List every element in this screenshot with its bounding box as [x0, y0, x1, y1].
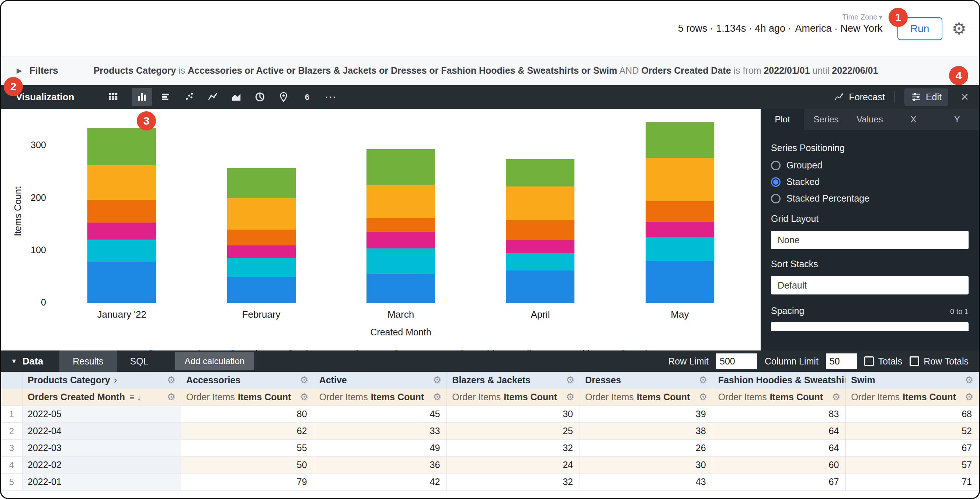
- bar-stack[interactable]: [366, 149, 435, 303]
- column-chart-icon[interactable]: [132, 88, 152, 106]
- value-cell[interactable]: 36: [314, 457, 447, 474]
- value-cell[interactable]: 57: [846, 457, 979, 474]
- bar-segment[interactable]: [506, 253, 574, 270]
- tab-x[interactable]: X: [891, 109, 935, 130]
- bar-stack[interactable]: [506, 159, 574, 303]
- column-gear-icon[interactable]: ⚙: [300, 391, 308, 403]
- column-gear-icon[interactable]: ⚙: [433, 391, 441, 403]
- tab-values[interactable]: Values: [848, 109, 891, 130]
- bar-stack[interactable]: [88, 128, 156, 303]
- more-chart-types-icon[interactable]: ⋯: [320, 88, 341, 106]
- expand-caret-icon[interactable]: ▶: [17, 66, 22, 75]
- gear-icon[interactable]: ⚙: [952, 21, 966, 37]
- bar-segment[interactable]: [366, 184, 435, 218]
- column-gear-icon[interactable]: ⚙: [300, 374, 308, 386]
- tab-sql[interactable]: SQL: [117, 351, 162, 372]
- value-cell[interactable]: 62: [181, 423, 314, 440]
- value-cell[interactable]: 32: [447, 440, 580, 457]
- bar-segment[interactable]: [506, 159, 574, 186]
- bar-segment[interactable]: [227, 230, 296, 245]
- value-cell[interactable]: 50: [181, 457, 314, 474]
- month-cell[interactable]: 2022-05: [22, 406, 181, 423]
- bar-segment[interactable]: [646, 201, 714, 221]
- bar-segment[interactable]: [227, 198, 296, 230]
- close-icon[interactable]: ×: [958, 89, 972, 105]
- column-gear-icon[interactable]: ⚙: [832, 391, 840, 403]
- value-cell[interactable]: 83: [713, 406, 846, 423]
- totals-checkbox[interactable]: [864, 356, 874, 366]
- bar-segment[interactable]: [506, 270, 574, 303]
- legend-item[interactable]: Fashion Hoodies & Sweatshirts: [458, 349, 600, 351]
- value-cell[interactable]: 79: [181, 474, 314, 491]
- bar-segment[interactable]: [366, 149, 435, 184]
- column-gear-icon[interactable]: ⚙: [965, 391, 974, 403]
- bar-stack[interactable]: [227, 168, 296, 303]
- value-cell[interactable]: 24: [447, 457, 580, 474]
- column-gear-icon[interactable]: ⚙: [699, 391, 707, 403]
- radio-option-stacked-percentage[interactable]: Stacked Percentage: [771, 193, 969, 204]
- bar-segment[interactable]: [646, 158, 714, 201]
- legend-item[interactable]: Blazers & Jackets: [286, 349, 373, 351]
- radio-option-stacked[interactable]: Stacked: [771, 176, 969, 187]
- bar-segment[interactable]: [646, 237, 714, 261]
- row-dimension-header-cell[interactable]: Orders Created Month≡ ↓⚙: [22, 389, 181, 406]
- value-cell[interactable]: 67: [846, 440, 979, 457]
- pivot-header-cell[interactable]: Blazers & Jackets⚙: [447, 372, 580, 389]
- timezone-selector[interactable]: Time Zone ▾ America - New York: [795, 23, 882, 34]
- value-cell[interactable]: 55: [181, 440, 314, 457]
- forecast-button[interactable]: Forecast: [834, 92, 885, 102]
- value-cell[interactable]: 67: [713, 474, 846, 491]
- radio-icon[interactable]: [771, 161, 781, 170]
- add-calculation-button[interactable]: Add calculation: [175, 352, 255, 370]
- value-cell[interactable]: 42: [314, 474, 447, 491]
- single-value-chart-icon[interactable]: 6: [297, 88, 317, 106]
- column-gear-icon[interactable]: ⚙: [167, 374, 175, 386]
- measure-header-cell[interactable]: Order ItemsItems Count⚙: [314, 389, 447, 406]
- bar-segment[interactable]: [506, 240, 574, 253]
- bar-segment[interactable]: [366, 248, 435, 274]
- bar-segment[interactable]: [88, 128, 156, 165]
- row-limit-input[interactable]: [716, 353, 757, 369]
- bar-segment[interactable]: [227, 277, 296, 303]
- collapse-caret-icon[interactable]: ▼: [11, 358, 18, 365]
- bar-segment[interactable]: [366, 274, 435, 303]
- tab-plot[interactable]: Plot: [760, 109, 804, 130]
- bar-segment[interactable]: [88, 222, 156, 240]
- spacing-input[interactable]: [771, 322, 969, 331]
- dimension-header-cell[interactable]: Products Category›⚙: [22, 372, 181, 389]
- column-gear-icon[interactable]: ⚙: [433, 374, 441, 386]
- value-cell[interactable]: 30: [447, 406, 580, 423]
- tab-results[interactable]: Results: [59, 351, 116, 372]
- bar-segment[interactable]: [88, 262, 156, 303]
- column-gear-icon[interactable]: ⚙: [699, 374, 707, 386]
- pivot-header-cell[interactable]: Fashion Hoodies & Sweatshirts⚙: [713, 372, 846, 389]
- column-gear-icon[interactable]: ⚙: [965, 374, 974, 386]
- measure-header-cell[interactable]: Order ItemsItems Count⚙: [713, 389, 846, 406]
- radio-icon[interactable]: [771, 194, 781, 203]
- legend-item[interactable]: Dresses: [392, 349, 439, 351]
- bar-chart-icon[interactable]: [155, 88, 176, 106]
- row-totals-checkbox[interactable]: [910, 356, 919, 366]
- value-cell[interactable]: 71: [846, 474, 979, 491]
- measure-header-cell[interactable]: Order ItemsItems Count⚙: [580, 389, 713, 406]
- tab-series[interactable]: Series: [804, 109, 848, 130]
- filters-bar[interactable]: ▶ Filters Products Category is Accessori…: [1, 56, 979, 85]
- bar-segment[interactable]: [88, 165, 156, 200]
- bar-segment[interactable]: [646, 122, 714, 158]
- column-gear-icon[interactable]: ⚙: [167, 391, 175, 403]
- bar-segment[interactable]: [646, 222, 714, 238]
- pivot-header-cell[interactable]: Swim⚙: [846, 372, 979, 389]
- bar-segment[interactable]: [506, 220, 574, 240]
- totals-checkbox-wrap[interactable]: Totals: [864, 356, 902, 367]
- value-cell[interactable]: 49: [314, 440, 447, 457]
- value-cell[interactable]: 64: [713, 423, 846, 440]
- legend-item[interactable]: Active: [229, 349, 267, 351]
- measure-header-cell[interactable]: Order ItemsItems Count⚙: [447, 389, 580, 406]
- bar-segment[interactable]: [366, 218, 435, 232]
- value-cell[interactable]: 30: [580, 457, 713, 474]
- tab-y[interactable]: Y: [935, 109, 979, 130]
- bar-stack[interactable]: [646, 122, 714, 303]
- value-cell[interactable]: 64: [713, 440, 846, 457]
- month-cell[interactable]: 2022-03: [22, 440, 181, 457]
- column-limit-input[interactable]: [826, 353, 857, 369]
